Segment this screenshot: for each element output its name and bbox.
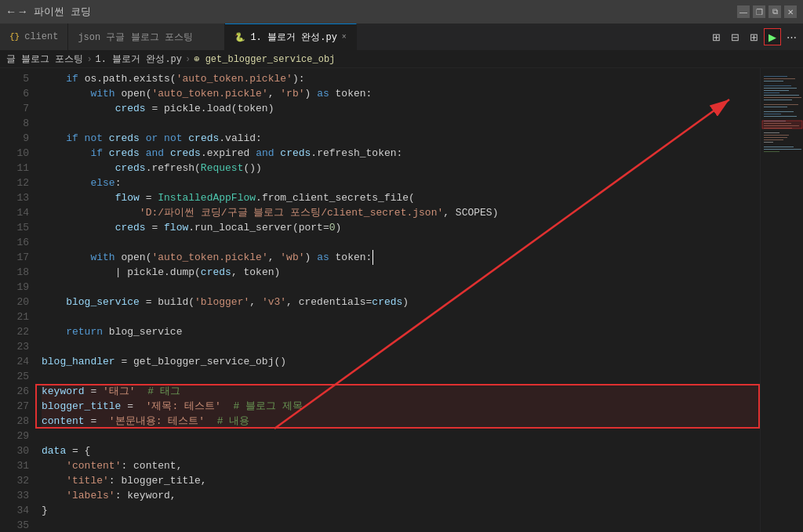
minimap-visual <box>761 68 803 530</box>
code-line-11: creds.refresh(Request()) <box>42 161 760 176</box>
svg-rect-4 <box>764 85 791 86</box>
code-area: 5 6 7 8 9 10 11 12 13 14 15 16 17 18 19 … <box>0 68 803 532</box>
editor[interactable]: 5 6 7 8 9 10 11 12 13 14 15 16 17 18 19 … <box>0 68 803 532</box>
breadcrumb-sep2: › <box>185 54 191 65</box>
tab-json-label: json 구글 블로그 포스팅 <box>78 31 192 44</box>
svg-rect-14 <box>764 114 781 114</box>
tab-close-icon[interactable]: × <box>342 33 347 42</box>
svg-rect-24 <box>764 142 773 143</box>
svg-rect-15 <box>764 116 797 117</box>
braces-icon: {} <box>9 32 20 42</box>
svg-rect-2 <box>764 78 795 79</box>
split-editor-btn[interactable]: ⊞ <box>707 28 725 45</box>
breadcrumb-sep1: › <box>86 54 92 65</box>
svg-rect-11 <box>764 104 798 105</box>
svg-rect-27 <box>764 151 779 152</box>
code-line-19 <box>42 280 760 295</box>
svg-rect-10 <box>764 100 792 100</box>
titlebar-title: 파이썬 코딩 <box>34 5 91 19</box>
code-line-17: with open('auto_token.pickle', 'wb') as … <box>42 250 760 265</box>
code-line-34: } <box>42 503 760 518</box>
code-line-14: 'D:/파이썬 코딩/구글 블로그 포스팅/client_secret.json… <box>42 205 760 220</box>
code-line-8 <box>42 116 760 131</box>
tab-py-label: 1. 블로거 완성.py <box>250 31 336 44</box>
titlebar-left: ← → 파이썬 코딩 <box>6 5 91 19</box>
titlebar-controls[interactable]: — ❐ ⧉ ✕ <box>737 5 797 18</box>
code-line-30: data = { <box>42 443 760 458</box>
svg-rect-5 <box>764 88 797 89</box>
breadcrumb-root[interactable]: 글 블로그 포스팅 <box>6 52 83 66</box>
code-line-6: with open('auto_token.pickle', 'rb') as … <box>42 86 760 101</box>
code-line-13: flow = InstalledAppFlow.from_client_secr… <box>42 190 760 205</box>
layout-btn[interactable]: ⊟ <box>726 28 743 45</box>
svg-rect-13 <box>764 111 794 112</box>
tab-json[interactable]: json 구글 블로그 포스팅 <box>68 24 225 50</box>
svg-rect-28 <box>762 121 802 128</box>
code-line-27: blogger_title = '제목: 테스트' # 블로그 제목 <box>42 399 760 414</box>
svg-rect-6 <box>764 90 789 91</box>
line-numbers: 5 6 7 8 9 10 11 12 13 14 15 16 17 18 19 … <box>0 68 35 532</box>
nav-arrows[interactable]: ← → <box>6 5 27 18</box>
code-line-23 <box>42 339 760 354</box>
nav-back[interactable]: ← <box>6 5 16 18</box>
code-line-33: 'labels': keyword, <box>42 488 760 503</box>
code-line-22: return blog_service <box>42 324 760 339</box>
svg-rect-22 <box>764 137 787 138</box>
code-line-18: | pickle.dump(creds, token) <box>42 265 760 280</box>
svg-rect-8 <box>764 95 799 96</box>
code-line-24: blog_handler = get_blogger_service_obj() <box>42 354 760 369</box>
code-line-32: 'title': blogger_title, <box>42 473 760 488</box>
code-line-16 <box>42 235 760 250</box>
code-line-28: content = '본문내용: 테스트' # 내용 <box>42 414 760 429</box>
code-line-25 <box>42 369 760 384</box>
breadcrumb: 글 블로그 포스팅 › 1. 블로거 완성.py › ⊕ get_blogger… <box>0 51 803 68</box>
svg-rect-7 <box>764 92 779 93</box>
code-line-29 <box>42 429 760 443</box>
svg-rect-12 <box>764 107 787 107</box>
breadcrumb-func[interactable]: ⊕ get_blogger_service_obj <box>194 53 335 65</box>
code-content[interactable]: if os.path.exists('auto_token.pickle'): … <box>35 68 760 532</box>
tab-py[interactable]: 🐍 1. 블로거 완성.py × <box>225 24 356 50</box>
main-area: 5 6 7 8 9 10 11 12 13 14 15 16 17 18 19 … <box>0 68 803 532</box>
minimap <box>760 68 803 532</box>
tabbar: {} client json 구글 블로그 포스팅 🐍 1. 블로거 완성.py… <box>0 24 803 51</box>
tile-btn[interactable]: ⧉ <box>768 5 781 18</box>
svg-rect-3 <box>764 81 783 81</box>
minimize-btn[interactable]: — <box>737 5 750 18</box>
svg-rect-25 <box>764 147 794 147</box>
nav-forward[interactable]: → <box>17 5 27 18</box>
more-actions-btn[interactable]: ⋯ <box>783 28 800 45</box>
code-line-20: blog_service = build('blogger', 'v3', cr… <box>42 295 760 309</box>
code-line-35 <box>42 518 760 532</box>
code-line-7: creds = pickle.load(token) <box>42 101 760 116</box>
svg-rect-9 <box>764 97 801 98</box>
code-line-9: if not creds or not creds.valid: <box>42 131 760 146</box>
titlebar: ← → 파이썬 코딩 — ❐ ⧉ ✕ <box>0 0 803 24</box>
close-btn[interactable]: ✕ <box>784 5 797 18</box>
breadcrumb-file[interactable]: 1. 블로거 완성.py <box>96 52 182 66</box>
code-line-26: keyword = '태그' # 태그 <box>42 384 760 399</box>
grid-btn[interactable]: ⊞ <box>745 28 762 45</box>
py-icon: 🐍 <box>234 32 245 42</box>
maximize-btn[interactable]: ❐ <box>753 5 765 18</box>
svg-rect-20 <box>764 132 779 133</box>
svg-rect-1 <box>764 76 787 77</box>
tab-client[interactable]: {} client <box>0 24 68 50</box>
svg-rect-26 <box>764 149 801 150</box>
code-line-31: 'content': content, <box>42 458 760 473</box>
tab-client-label: client <box>24 31 58 42</box>
code-line-5: if os.path.exists('auto_token.pickle'): <box>42 71 760 86</box>
code-line-10: if creds and creds.expired and creds.ref… <box>42 146 760 161</box>
svg-rect-23 <box>764 139 783 140</box>
code-line-12: else: <box>42 176 760 190</box>
code-line-15: creds = flow.run_local_server(port=0) <box>42 220 760 235</box>
code-line-21 <box>42 309 760 324</box>
run-button[interactable]: ▶ <box>764 28 781 45</box>
svg-rect-21 <box>764 135 789 136</box>
